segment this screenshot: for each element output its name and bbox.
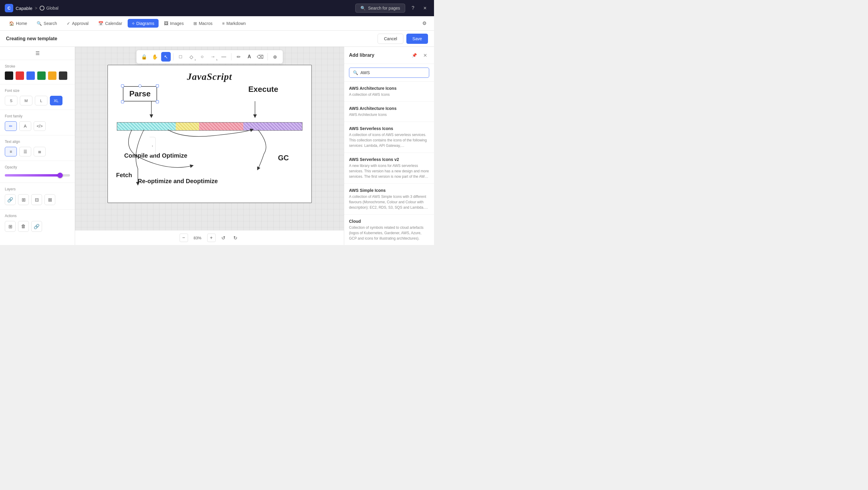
- tool-separator-1: [173, 53, 173, 60]
- panel-title: Add library: [349, 53, 374, 58]
- library-search-icon: 🔍: [353, 70, 358, 75]
- collapse-tab[interactable]: ›: [150, 137, 156, 155]
- scope-global[interactable]: Global: [40, 6, 58, 10]
- layer-group[interactable]: ⊟: [31, 194, 42, 205]
- list-item[interactable]: Cloud Collection of symbols related to c…: [344, 215, 434, 245]
- tool-separator-3: [267, 53, 268, 60]
- cancel-button[interactable]: Cancel: [377, 34, 403, 44]
- align-center[interactable]: ☰: [19, 147, 31, 156]
- list-item[interactable]: AWS Serverless Icons v2 A new library wi…: [344, 153, 434, 184]
- tool-extra[interactable]: ⊕: [270, 52, 280, 62]
- size-s[interactable]: S: [5, 96, 18, 105]
- tool-text[interactable]: A: [245, 52, 254, 62]
- color-green[interactable]: [37, 71, 45, 80]
- slider-thumb[interactable]: [57, 173, 63, 178]
- panel-header: Add library 📌 ✕: [344, 47, 434, 64]
- list-item[interactable]: AWS Serverless Icons A collection of ico…: [344, 122, 434, 153]
- tool-separator-2: [231, 53, 231, 60]
- nav-search-label: Search: [43, 21, 57, 26]
- pin-button[interactable]: 📌: [410, 51, 418, 60]
- library-search-input[interactable]: [361, 70, 425, 75]
- nav-images-label: Images: [170, 21, 184, 26]
- tool-circle[interactable]: ○: [197, 52, 207, 62]
- markdown-icon: ≡: [222, 21, 225, 26]
- layer-stack[interactable]: ⊠: [44, 194, 55, 205]
- bar-seg-lavender: [243, 123, 302, 130]
- font-serif[interactable]: A: [19, 121, 31, 131]
- font-mono[interactable]: </>: [34, 121, 45, 131]
- list-item[interactable]: AWS Architecture Icons A collection of A…: [344, 81, 434, 102]
- home-icon: 🏠: [9, 21, 14, 26]
- opacity-section: Opacity: [0, 161, 75, 183]
- font-pencil[interactable]: ✏: [5, 121, 17, 131]
- lib-name: Cloud: [349, 219, 429, 224]
- canvas-bottom: − 83% + ↺ ↻: [75, 230, 344, 245]
- canvas-area[interactable]: › Double-click or press Enter to edit te…: [75, 47, 344, 245]
- search-pages-button[interactable]: 🔍 Search for pages: [355, 4, 405, 12]
- align-right[interactable]: ≣: [34, 147, 45, 156]
- nav-calendar[interactable]: 📅 Calendar: [94, 19, 126, 28]
- template-title: Creating new template: [6, 36, 57, 41]
- close-panel-button[interactable]: ✕: [421, 51, 429, 60]
- help-button[interactable]: ?: [409, 4, 417, 12]
- tool-eraser[interactable]: ⌫: [255, 52, 265, 62]
- settings-button[interactable]: ⚙: [420, 19, 429, 28]
- save-button[interactable]: Save: [406, 34, 428, 44]
- color-red[interactable]: [16, 71, 24, 80]
- topbar-close-button[interactable]: ×: [421, 4, 429, 12]
- tool-pencil[interactable]: ✏: [234, 52, 243, 62]
- tool-rect[interactable]: □: [176, 52, 185, 62]
- app-logo[interactable]: C: [5, 4, 13, 12]
- nav-diagrams[interactable]: ⟡ Diagrams: [128, 19, 159, 28]
- lib-desc: Collection of symbols related to cloud a…: [349, 225, 429, 241]
- undo-button[interactable]: ↺: [219, 234, 228, 242]
- color-blue[interactable]: [26, 71, 35, 80]
- nav-home-label: Home: [16, 21, 27, 26]
- nav-home[interactable]: 🏠 Home: [5, 19, 31, 28]
- nav-markdown[interactable]: ≡ Markdown: [218, 19, 250, 28]
- hamburger-button[interactable]: ☰: [35, 51, 40, 56]
- list-item[interactable]: AWS Simple Icons A collection of AWS Sim…: [344, 184, 434, 215]
- color-black[interactable]: [5, 71, 13, 80]
- size-l[interactable]: L: [35, 96, 48, 105]
- lib-desc: A collection of AWS Simple Icons with 3 …: [349, 194, 429, 210]
- execute-label: Execute: [248, 85, 278, 94]
- layer-link[interactable]: 🔗: [5, 194, 16, 205]
- bar-seg-cyan: [117, 123, 176, 130]
- nav-images[interactable]: 🖼 Images: [160, 19, 188, 28]
- action-delete[interactable]: 🗑: [18, 221, 29, 232]
- align-row: ≡ ☰ ≣: [5, 147, 70, 156]
- layers-section: Layers 🔗 ⊞ ⊟ ⊠: [0, 183, 75, 209]
- tool-lock[interactable]: 🔒: [140, 52, 149, 62]
- opacity-slider[interactable]: [5, 172, 70, 178]
- diagram-title: JavaScript: [114, 71, 306, 82]
- tool-hand[interactable]: ✋: [150, 52, 160, 62]
- zoom-in-button[interactable]: +: [207, 234, 216, 242]
- actions-row: ⊞ 🗑 🔗: [5, 221, 70, 232]
- redo-button[interactable]: ↻: [231, 234, 240, 242]
- color-orange[interactable]: [48, 71, 57, 80]
- action-link[interactable]: 🔗: [31, 221, 42, 232]
- color-darkgray[interactable]: [59, 71, 67, 80]
- tool-line[interactable]: —: [219, 52, 228, 62]
- zoom-out-button[interactable]: −: [180, 234, 188, 242]
- nav-search[interactable]: 🔍 Search: [32, 19, 61, 28]
- size-m[interactable]: M: [20, 96, 32, 105]
- globe-icon: [40, 6, 44, 10]
- nav-macros[interactable]: ⊞ Macros: [189, 19, 217, 28]
- align-left[interactable]: ≡: [5, 147, 17, 156]
- bar-seg-pink: [199, 123, 243, 130]
- tool-diamond[interactable]: ◇ 3: [187, 52, 196, 62]
- layer-copy[interactable]: ⊞: [18, 194, 29, 205]
- size-xl[interactable]: XL: [50, 96, 62, 105]
- tool-select[interactable]: ↖ 1: [161, 52, 170, 62]
- search-nav-icon: 🔍: [37, 21, 42, 26]
- nav-bar: 🏠 Home 🔍 Search ✓ Approval 📅 Calendar ⟡ …: [0, 16, 434, 31]
- nav-approval[interactable]: ✓ Approval: [62, 19, 93, 28]
- color-row: [5, 71, 70, 80]
- action-duplicate[interactable]: ⊞: [5, 221, 16, 232]
- tool-arrow[interactable]: → 5: [208, 52, 218, 62]
- nav-markdown-label: Markdown: [226, 21, 246, 26]
- list-item[interactable]: AWS Architecture Icons AWS Architecture …: [344, 102, 434, 122]
- nav-macros-label: Macros: [199, 21, 213, 26]
